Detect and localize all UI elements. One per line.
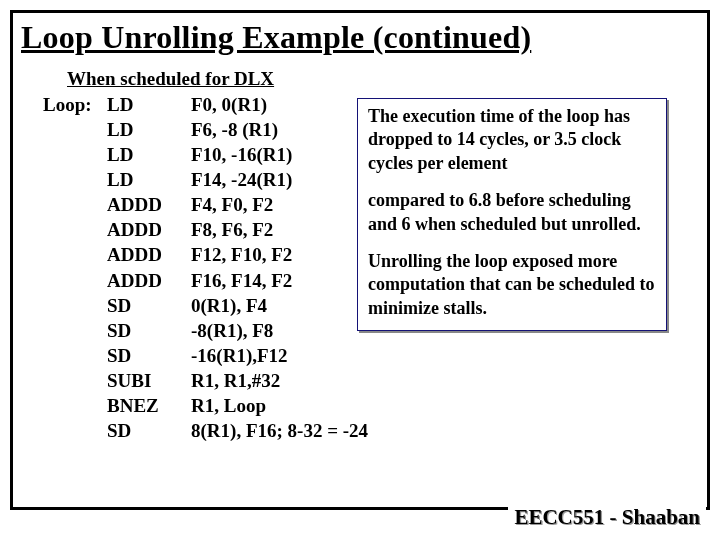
note-box-wrap: The execution time of the loop has dropp… (357, 98, 667, 331)
code-ops: R1, Loop (191, 393, 707, 418)
code-label (13, 142, 107, 167)
code-mnem: SUBI (107, 368, 191, 393)
code-mnem: SD (107, 418, 191, 443)
code-label (13, 368, 107, 393)
code-label (13, 242, 107, 267)
note-p2: compared to 6.8 before scheduling and 6 … (368, 189, 656, 236)
code-mnem: LD (107, 167, 191, 192)
code-label (13, 268, 107, 293)
code-label (13, 318, 107, 343)
note-p3: Unrolling the loop exposed more computat… (368, 250, 656, 320)
code-label (13, 217, 107, 242)
code-label (13, 393, 107, 418)
code-mnem: ADDD (107, 217, 191, 242)
code-label: Loop: (13, 92, 107, 117)
code-label (13, 293, 107, 318)
code-mnem: LD (107, 117, 191, 142)
slide-footer: EECC551 - Shaaban (508, 503, 706, 532)
code-row: BNEZ R1, Loop (13, 393, 707, 418)
code-row: SUBI R1, R1,#32 (13, 368, 707, 393)
note-p1: The execution time of the loop has dropp… (368, 105, 656, 175)
code-subhead: When scheduled for DLX (67, 68, 707, 90)
code-label (13, 418, 107, 443)
code-ops: -16(R1),F12 (191, 343, 707, 368)
code-label (13, 167, 107, 192)
code-label (13, 343, 107, 368)
slide-title: Loop Unrolling Example (continued) (13, 13, 707, 60)
slide-frame: Loop Unrolling Example (continued) When … (10, 10, 710, 510)
code-mnem: ADDD (107, 192, 191, 217)
code-row: SD -16(R1),F12 (13, 343, 707, 368)
code-label (13, 192, 107, 217)
code-mnem: ADDD (107, 242, 191, 267)
code-mnem: LD (107, 142, 191, 167)
note-box: The execution time of the loop has dropp… (357, 98, 667, 331)
code-mnem: BNEZ (107, 393, 191, 418)
code-ops: 8(R1), F16; 8-32 = -24 (191, 418, 707, 443)
code-mnem: SD (107, 318, 191, 343)
code-ops: R1, R1,#32 (191, 368, 707, 393)
slide-content: When scheduled for DLX Loop: LD F0, 0(R1… (13, 60, 707, 443)
code-mnem: ADDD (107, 268, 191, 293)
code-mnem: LD (107, 92, 191, 117)
code-row: SD 8(R1), F16; 8-32 = -24 (13, 418, 707, 443)
code-mnem: SD (107, 343, 191, 368)
code-mnem: SD (107, 293, 191, 318)
code-label (13, 117, 107, 142)
